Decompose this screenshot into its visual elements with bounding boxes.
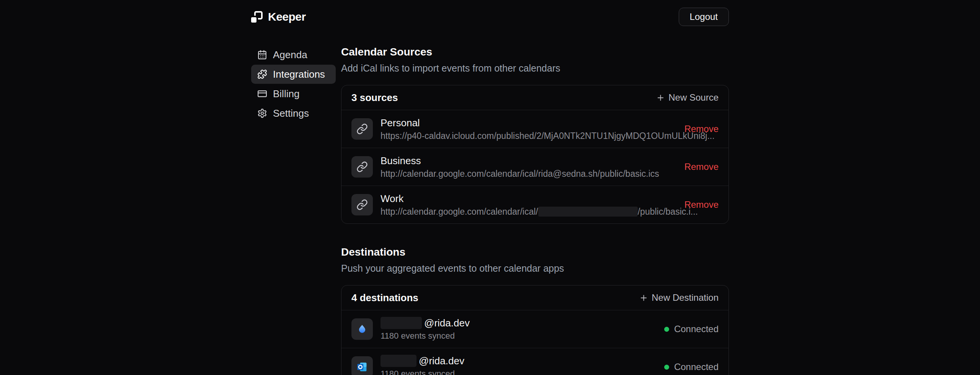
destination-synced: 1180 events synced bbox=[381, 368, 464, 375]
section-title: Calendar Sources bbox=[341, 45, 729, 59]
new-destination-button[interactable]: New Destination bbox=[639, 292, 719, 303]
link-icon bbox=[356, 123, 368, 135]
destinations-count: 4 destinations bbox=[351, 292, 418, 304]
credit-card-icon bbox=[257, 89, 267, 99]
remove-source-link[interactable]: Remove bbox=[684, 124, 719, 134]
redacted-name-segment bbox=[381, 317, 422, 329]
destination-row-outlook: @rida.dev 1180 events synced Connected bbox=[341, 348, 728, 375]
source-name: Work bbox=[381, 192, 684, 205]
link-icon bbox=[356, 199, 368, 210]
source-name: Business bbox=[381, 155, 659, 167]
destinations-card-header: 4 destinations New Destination bbox=[341, 285, 728, 310]
connection-status: Connected bbox=[664, 324, 719, 334]
sidebar-item-billing[interactable]: Billing bbox=[251, 84, 336, 103]
source-url: http://calendar.google.com/calendar/ical… bbox=[381, 168, 659, 179]
redacted-url-segment bbox=[538, 207, 638, 217]
link-icon bbox=[356, 161, 368, 173]
gear-icon bbox=[257, 108, 267, 118]
brand: Keeper bbox=[251, 10, 306, 23]
outlook-icon bbox=[356, 361, 368, 373]
destinations-card: 4 destinations New Destination bbox=[341, 285, 729, 375]
source-row-business: Business http://calendar.google.com/cale… bbox=[341, 148, 728, 186]
logout-button[interactable]: Logout bbox=[679, 8, 729, 26]
destination-row-icloud: @rida.dev 1180 events synced Connected bbox=[341, 310, 728, 348]
source-row-work: Work http://calendar.google.com/calendar… bbox=[341, 186, 728, 223]
destinations-section: Destinations Push your aggregated events… bbox=[341, 245, 729, 375]
sidebar-item-label: Integrations bbox=[273, 68, 325, 80]
connection-status: Connected bbox=[664, 362, 719, 372]
sidebar-item-settings[interactable]: Settings bbox=[251, 104, 336, 123]
app-root: Keeper Logout Agenda Integrations bbox=[251, 0, 729, 375]
keeper-logo-icon bbox=[251, 11, 263, 23]
destination-synced: 1180 events synced bbox=[381, 331, 470, 341]
sidebar-item-integrations[interactable]: Integrations bbox=[251, 65, 336, 84]
main-content: Calendar Sources Add iCal links to impor… bbox=[341, 40, 729, 375]
sources-card-header: 3 sources New Source bbox=[341, 85, 728, 110]
app-title: Keeper bbox=[268, 10, 306, 23]
remove-source-link[interactable]: Remove bbox=[684, 199, 719, 210]
sources-card: 3 sources New Source bbox=[341, 85, 729, 224]
puzzle-icon bbox=[257, 69, 267, 79]
section-subtitle: Add iCal links to import events from oth… bbox=[341, 62, 729, 74]
sidebar-item-label: Settings bbox=[273, 108, 309, 119]
sidebar-item-agenda[interactable]: Agenda bbox=[251, 45, 336, 64]
status-dot-icon bbox=[664, 327, 669, 332]
section-subtitle: Push your aggregated events to other cal… bbox=[341, 262, 729, 274]
icloud-icon bbox=[356, 323, 368, 335]
destination-name: @rida.dev bbox=[381, 317, 470, 329]
source-row-personal: Personal https://p40-caldav.icloud.com/p… bbox=[341, 110, 728, 148]
status-dot-icon bbox=[664, 365, 669, 370]
remove-source-link[interactable]: Remove bbox=[684, 161, 719, 172]
section-title: Destinations bbox=[341, 245, 729, 259]
new-source-button[interactable]: New Source bbox=[656, 92, 719, 103]
calendar-sources-section: Calendar Sources Add iCal links to impor… bbox=[341, 45, 729, 224]
destination-name: @rida.dev bbox=[381, 355, 464, 367]
sidebar: Agenda Integrations Billing Settings bbox=[251, 40, 336, 375]
calendar-icon bbox=[257, 50, 267, 60]
source-name: Personal bbox=[381, 117, 684, 129]
plus-icon bbox=[656, 93, 665, 102]
source-url: https://p40-caldav.icloud.com/published/… bbox=[381, 130, 684, 141]
top-bar: Keeper Logout bbox=[251, 0, 729, 26]
sidebar-item-label: Billing bbox=[273, 88, 299, 100]
redacted-name-segment bbox=[381, 355, 416, 367]
sidebar-item-label: Agenda bbox=[273, 49, 307, 61]
source-url: http://calendar.google.com/calendar/ical… bbox=[381, 206, 684, 217]
sources-count: 3 sources bbox=[351, 92, 398, 104]
plus-icon bbox=[639, 293, 648, 302]
